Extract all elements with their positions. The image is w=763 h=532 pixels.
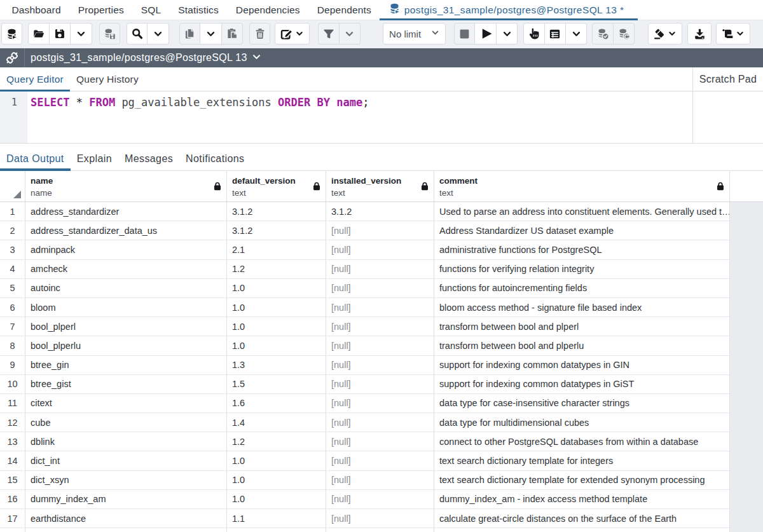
row-limit-select[interactable]: No limit: [383, 23, 446, 44]
tab-statistics[interactable]: Statistics: [170, 0, 228, 20]
cell-comment[interactable]: support for indexing common datatypes in…: [434, 375, 730, 394]
execute-options-button[interactable]: [497, 23, 518, 44]
row-number[interactable]: 1: [0, 202, 25, 221]
cell-name[interactable]: dblink: [25, 432, 227, 451]
save-file-options-button[interactable]: [71, 23, 92, 44]
cell-default_version[interactable]: 1.0: [227, 336, 326, 355]
cell-comment[interactable]: text search dictionary template for exte…: [434, 471, 730, 490]
row-number[interactable]: 7: [0, 317, 25, 336]
column-header-comment[interactable]: commenttext: [434, 171, 730, 201]
download-button[interactable]: [687, 23, 711, 44]
save-file-button[interactable]: [50, 23, 71, 44]
row-number[interactable]: 2: [0, 221, 25, 240]
tab-notifications[interactable]: Notifications: [179, 147, 251, 170]
cell-comment[interactable]: administrative functions for PostgreSQL: [434, 240, 730, 259]
row-number[interactable]: 6: [0, 298, 25, 317]
cell-default_version[interactable]: 1.4: [227, 413, 326, 432]
row-number[interactable]: 15: [0, 471, 25, 490]
find-options-button[interactable]: [148, 23, 168, 44]
cell-name[interactable]: address_standardizer_data_us: [25, 221, 227, 240]
commit-button[interactable]: [592, 23, 613, 44]
cell-default_version[interactable]: 1.0: [227, 279, 326, 298]
cell-comment[interactable]: dummy_index_am - index access method tem…: [434, 490, 730, 509]
cell-installed_version[interactable]: [null]: [326, 356, 434, 375]
cell-name[interactable]: cube: [25, 413, 227, 432]
cell-default_version[interactable]: 1.0: [227, 451, 326, 470]
row-number[interactable]: 3: [0, 240, 25, 259]
cell-installed_version[interactable]: [null]: [326, 336, 434, 355]
select-all-corner[interactable]: [0, 171, 25, 201]
cell-comment[interactable]: calculate great-circle distances on the …: [434, 509, 730, 528]
cell-name[interactable]: bool_plperl: [25, 317, 227, 336]
connection-label[interactable]: postgis_31_sample/postgres@PostgreSQL 13: [31, 52, 247, 64]
rollback-button[interactable]: [614, 23, 635, 44]
copy-button[interactable]: [179, 23, 200, 44]
paste-button[interactable]: [222, 23, 243, 44]
cell-comment[interactable]: bloom access method - signature file bas…: [434, 298, 730, 317]
cell-installed_version[interactable]: [null]: [326, 221, 434, 240]
filter-button[interactable]: [318, 23, 339, 44]
cell-name[interactable]: citext: [25, 394, 227, 413]
row-number[interactable]: 16: [0, 490, 25, 509]
cell-installed_version[interactable]: [null]: [326, 279, 434, 298]
tab-dependencies[interactable]: Dependencies: [227, 0, 308, 20]
tab-explain[interactable]: Explain: [71, 147, 118, 170]
cell-default_version[interactable]: 1.0: [227, 471, 326, 490]
column-header-installed_version[interactable]: installed_versiontext: [326, 171, 434, 201]
cell-installed_version[interactable]: [null]: [326, 298, 434, 317]
cell-installed_version[interactable]: 3.1.2: [326, 202, 434, 221]
cell-name[interactable]: autoinc: [25, 279, 227, 298]
row-number[interactable]: 5: [0, 279, 25, 298]
cell-installed_version[interactable]: [null]: [326, 317, 434, 336]
row-number[interactable]: 9: [0, 356, 25, 375]
cell-installed_version[interactable]: [null]: [326, 240, 434, 259]
column-header-default_version[interactable]: default_versiontext: [227, 171, 326, 201]
tab-query-editor[interactable]: Query Editor: [0, 67, 70, 91]
cell-comment[interactable]: Address Standardizer US dataset example: [434, 221, 730, 240]
clear-button[interactable]: [648, 23, 682, 44]
explain-button[interactable]: [545, 23, 566, 44]
filter-options-button[interactable]: [340, 23, 361, 44]
cancel-query-button[interactable]: [454, 23, 475, 44]
cell-name[interactable]: bloom: [25, 298, 227, 317]
cell-comment[interactable]: data type for multidimensional cubes: [434, 413, 730, 432]
cell-name[interactable]: address_standardizer: [25, 202, 227, 221]
tab-messages[interactable]: Messages: [118, 147, 179, 170]
save-data-changes-button[interactable]: [99, 23, 120, 44]
tab-dashboard[interactable]: Dashboard: [3, 0, 69, 20]
cell-default_version[interactable]: 1.2: [227, 260, 326, 279]
cell-name[interactable]: earthdistance: [25, 509, 227, 528]
execute-by-cursor-button[interactable]: [523, 23, 544, 44]
delete-button[interactable]: [249, 23, 270, 44]
row-number[interactable]: 14: [0, 451, 25, 470]
cell-default_version[interactable]: 3.1.2: [227, 221, 326, 240]
cell-default_version[interactable]: 1.0: [227, 298, 326, 317]
cell-default_version[interactable]: 1.6: [227, 394, 326, 413]
cell-name[interactable]: amcheck: [25, 260, 227, 279]
cell-installed_version[interactable]: [null]: [326, 490, 434, 509]
row-number[interactable]: 17: [0, 509, 25, 528]
cell-name[interactable]: adminpack: [25, 240, 227, 259]
edit-button[interactable]: [275, 23, 310, 44]
cell-name[interactable]: dummy_index_am: [25, 490, 227, 509]
cell-comment[interactable]: functions for verifying relation integri…: [434, 260, 730, 279]
cell-default_version[interactable]: 1.5: [227, 375, 326, 394]
cell-name[interactable]: btree_gist: [25, 375, 227, 394]
tab-dependents[interactable]: Dependents: [308, 0, 380, 20]
cell-installed_version[interactable]: [null]: [326, 394, 434, 413]
tab-properties[interactable]: Properties: [69, 0, 132, 20]
tab-query-tool[interactable]: postgis_31_sample/postgres@PostgreSQL 13…: [380, 0, 638, 20]
cell-comment[interactable]: data type for case-insensitive character…: [434, 394, 730, 413]
tab-data-output[interactable]: Data Output: [0, 147, 71, 170]
cell-installed_version[interactable]: [null]: [326, 509, 434, 528]
cell-default_version[interactable]: 1.1: [227, 509, 326, 528]
column-header-name[interactable]: namename: [25, 171, 227, 201]
chevron-down-icon[interactable]: [251, 51, 262, 65]
copy-options-button[interactable]: [200, 23, 221, 44]
cell-default_version[interactable]: 3.1.2: [227, 202, 326, 221]
cell-default_version[interactable]: 1.2: [227, 432, 326, 451]
macro-button[interactable]: [716, 23, 750, 44]
row-number[interactable]: 11: [0, 394, 25, 413]
database-play-button[interactable]: [1, 23, 22, 44]
cell-comment[interactable]: connect to other PostgreSQL databases fr…: [434, 432, 730, 451]
